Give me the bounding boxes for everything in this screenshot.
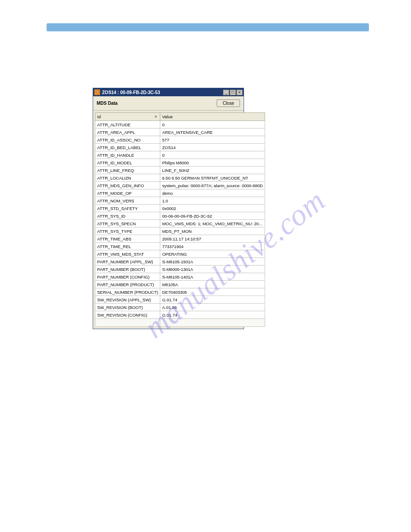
cell-id: ATTR_TIME_ABS bbox=[95, 235, 160, 243]
cell-id: ATTR_SYS_TYPE bbox=[95, 227, 160, 235]
cell-id: SERIAL_NUMBER (PRODUCT) bbox=[95, 288, 160, 296]
table-row[interactable]: PART_NUMBER (CONFIG)S-M8105-1401A bbox=[95, 273, 265, 281]
cell-id: PART_NUMBER (APPL_SW) bbox=[95, 258, 160, 266]
cell-id: PART_NUMBER (CONFIG) bbox=[95, 273, 160, 281]
window-title: ZOS14 : 00-09-FB-2D-3C-53 bbox=[102, 90, 223, 95]
cell-value: S-M8105-1501A bbox=[160, 258, 265, 266]
table-row[interactable]: ATTR_MDS_GEN_INFOsystem_pulse: 0000-877A… bbox=[95, 182, 265, 189]
table-row[interactable]: PART_NUMBER (BOOT)S-M8000-1301A bbox=[95, 266, 265, 273]
cell-value: Philips M8000 bbox=[160, 159, 265, 167]
table-row[interactable]: ATTR_SYS_SPECNMOC_VMS_MDS: 1; MOC_VMO_ME… bbox=[95, 220, 265, 227]
toolbar: MDS Data Close bbox=[93, 96, 244, 111]
cell-value: 1.0 bbox=[160, 197, 265, 205]
app-icon bbox=[94, 89, 100, 95]
column-header-value[interactable]: Value bbox=[160, 113, 265, 121]
minimize-icon[interactable]: _ bbox=[223, 90, 229, 95]
cell-value: OPERATING bbox=[160, 250, 265, 258]
cell-value: 0x0002 bbox=[160, 205, 265, 212]
cell-value: S-M8105-1401A bbox=[160, 273, 265, 281]
cell-id: ATTR_TIME_REL bbox=[95, 243, 160, 250]
table-row[interactable]: PART_NUMBER (PRODUCT)M8105A bbox=[95, 281, 265, 288]
table-row[interactable]: SERIAL_NUMBER (PRODUCT)DE70403305 bbox=[95, 288, 265, 296]
cell-id: ATTR_ID_MODEL bbox=[95, 159, 160, 167]
dialog-window: ZOS14 : 00-09-FB-2D-3C-53 _ □ × MDS Data… bbox=[93, 88, 244, 329]
table-row[interactable]: ATTR_LOCALIZN6.50 6.50 GERMAN STRFMT_UNI… bbox=[95, 174, 265, 182]
cell-value: S-M8000-1301A bbox=[160, 266, 265, 273]
table-row[interactable]: ATTR_TIME_REL773371904 bbox=[95, 243, 265, 250]
close-button[interactable]: Close bbox=[217, 99, 240, 107]
cell-value: G.01.74 bbox=[160, 296, 265, 304]
table-row-empty bbox=[95, 319, 265, 327]
table-row[interactable]: ATTR_ID_BED_LABELZOS14 bbox=[95, 144, 265, 151]
cell-id: ATTR_LOCALIZN bbox=[95, 174, 160, 182]
cell-id: ATTR_ALTITUDE bbox=[95, 121, 160, 129]
cell-id: ATTR_ID_BED_LABEL bbox=[95, 144, 160, 151]
table-row[interactable]: SW_REVISION (CONFIG)G.01.74 bbox=[95, 311, 265, 319]
cell-id: ATTR_ID_ASSOC_NO bbox=[95, 136, 160, 144]
titlebar-buttons: _ □ × bbox=[223, 90, 243, 95]
table-row[interactable]: ATTR_ALTITUDE0 bbox=[95, 121, 265, 129]
column-header-id-label: Id bbox=[97, 114, 101, 119]
cell-value: A.01.86 bbox=[160, 304, 265, 311]
table-row[interactable]: SW_REVISION (BOOT)A.01.86 bbox=[95, 304, 265, 311]
cell-value: ZOS14 bbox=[160, 144, 265, 151]
cell-id: SW_REVISION (APPL_SW) bbox=[95, 296, 160, 304]
cell-id: ATTR_NOM_VERS bbox=[95, 197, 160, 205]
column-header-value-label: Value bbox=[162, 114, 173, 119]
cell-value: AREA_INTENSIVE_CARE bbox=[160, 129, 265, 136]
cell-value: system_pulse: 0000-877A; alarm_source: 0… bbox=[160, 182, 265, 189]
cell-id: ATTR_VMS_MDS_STAT bbox=[95, 250, 160, 258]
cell-id: PART_NUMBER (PRODUCT) bbox=[95, 281, 160, 288]
cell-value: 00-06-00-09-FB-2D-3C-52 bbox=[160, 212, 265, 220]
cell-id: ATTR_SYS_ID bbox=[95, 212, 160, 220]
cell-value: 773371904 bbox=[160, 243, 265, 250]
table-row[interactable]: ATTR_VMS_MDS_STATOPERATING bbox=[95, 250, 265, 258]
cell-value: 6.50 6.50 GERMAN STRFMT_UNICODE_NT bbox=[160, 174, 265, 182]
cell-id: ATTR_MODE_OP bbox=[95, 189, 160, 197]
table-row[interactable]: ATTR_MODE_OPdemo bbox=[95, 189, 265, 197]
cell-id: ATTR_AREA_APPL bbox=[95, 129, 160, 136]
column-header-id[interactable]: Id bbox=[95, 113, 160, 121]
cell-id: ATTR_SYS_SPECN bbox=[95, 220, 160, 227]
cell-id: ATTR_MDS_GEN_INFO bbox=[95, 182, 160, 189]
cell-empty bbox=[95, 319, 160, 327]
table-container: Id Value ATTR_ALTITUDE0ATTR_AREA_APPLARE… bbox=[93, 111, 244, 329]
table-row[interactable]: ATTR_NOM_VERS1.0 bbox=[95, 197, 265, 205]
table-row[interactable]: ATTR_AREA_APPLAREA_INTENSIVE_CARE bbox=[95, 129, 265, 136]
mds-data-table: Id Value ATTR_ALTITUDE0ATTR_AREA_APPLARE… bbox=[95, 112, 265, 327]
close-icon[interactable]: × bbox=[236, 90, 243, 95]
cell-value: 2009.11.17 14:10:57 bbox=[160, 235, 265, 243]
cell-value: 577 bbox=[160, 136, 265, 144]
cell-id: ATTR_LINE_FREQ bbox=[95, 167, 160, 174]
sort-asc-icon bbox=[154, 115, 157, 117]
panel-title: MDS Data bbox=[97, 101, 118, 106]
table-row[interactable]: ATTR_ID_ASSOC_NO577 bbox=[95, 136, 265, 144]
cell-id: PART_NUMBER (BOOT) bbox=[95, 266, 160, 273]
cell-value: MDS_PT_MON bbox=[160, 227, 265, 235]
cell-value: LINE_F_50HZ bbox=[160, 167, 265, 174]
cell-value: demo bbox=[160, 189, 265, 197]
cell-id: SW_REVISION (BOOT) bbox=[95, 304, 160, 311]
table-row[interactable]: ATTR_ID_HANDLE0 bbox=[95, 151, 265, 159]
cell-value: G.01.74 bbox=[160, 311, 265, 319]
cell-value: MOC_VMS_MDS: 1; MOC_VMO_METRIC_NU: 20... bbox=[160, 220, 265, 227]
table-row[interactable]: ATTR_ID_MODELPhilips M8000 bbox=[95, 159, 265, 167]
titlebar[interactable]: ZOS14 : 00-09-FB-2D-3C-53 _ □ × bbox=[93, 88, 244, 96]
cell-value: 0 bbox=[160, 151, 265, 159]
cell-id: SW_REVISION (CONFIG) bbox=[95, 311, 160, 319]
table-row[interactable]: ATTR_STD_SAFETY0x0002 bbox=[95, 205, 265, 212]
cell-id: ATTR_ID_HANDLE bbox=[95, 151, 160, 159]
cell-value: M8105A bbox=[160, 281, 265, 288]
table-row[interactable]: PART_NUMBER (APPL_SW)S-M8105-1501A bbox=[95, 258, 265, 266]
cell-value: DE70403305 bbox=[160, 288, 265, 296]
table-row[interactable]: ATTR_SYS_ID00-06-00-09-FB-2D-3C-52 bbox=[95, 212, 265, 220]
table-row[interactable]: ATTR_SYS_TYPEMDS_PT_MON bbox=[95, 227, 265, 235]
table-row[interactable]: SW_REVISION (APPL_SW)G.01.74 bbox=[95, 296, 265, 304]
table-row[interactable]: ATTR_LINE_FREQLINE_F_50HZ bbox=[95, 167, 265, 174]
page-header-bar bbox=[47, 23, 369, 31]
cell-value: 0 bbox=[160, 121, 265, 129]
maximize-icon[interactable]: □ bbox=[230, 90, 236, 95]
cell-empty bbox=[160, 319, 265, 327]
table-row[interactable]: ATTR_TIME_ABS2009.11.17 14:10:57 bbox=[95, 235, 265, 243]
cell-id: ATTR_STD_SAFETY bbox=[95, 205, 160, 212]
